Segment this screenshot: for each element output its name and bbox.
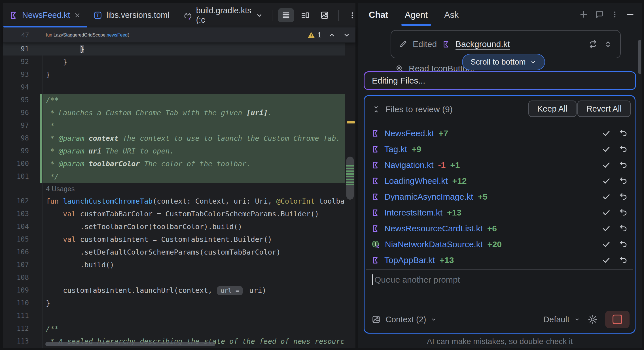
- code-line[interactable]: 98 * @param context The context to use t…: [3, 132, 355, 145]
- model-dropdown[interactable]: Default: [543, 315, 569, 324]
- scroll-to-bottom-button[interactable]: Scroll to bottom: [462, 54, 545, 70]
- file-name-link[interactable]: TopAppBar.kt: [384, 255, 435, 265]
- expand-step-icon[interactable]: [603, 39, 613, 49]
- warning-badge[interactable]: 1: [307, 31, 321, 39]
- file-name-link[interactable]: NewsResourceCardList.kt: [384, 224, 483, 233]
- prev-issue-icon[interactable]: [328, 31, 336, 39]
- keep-file-check-icon[interactable]: [602, 129, 611, 138]
- hide-panel-icon[interactable]: [625, 10, 635, 19]
- revert-file-icon[interactable]: [619, 145, 628, 154]
- file-review-row[interactable]: InterestsItem.kt+13: [365, 205, 635, 221]
- file-name-link[interactable]: NewsFeed.kt: [384, 129, 434, 138]
- file-review-row[interactable]: Navigation.kt-1+1: [365, 157, 635, 173]
- usages-label[interactable]: 4 Usages: [43, 183, 355, 195]
- code-line[interactable]: 95/**: [3, 94, 355, 106]
- keep-file-check-icon[interactable]: [602, 256, 611, 265]
- keep-all-button[interactable]: Keep All: [528, 101, 577, 117]
- file-review-row[interactable]: NewsResourceCardList.kt+6: [365, 221, 635, 236]
- code-line[interactable]: 99 * @param uri The URI to open.: [3, 145, 355, 157]
- sticky-header-line[interactable]: 47 fun LazyStaggeredGridScope.newsFeed( …: [3, 27, 355, 43]
- prompt-input[interactable]: Queue another prompt: [372, 274, 460, 285]
- keep-file-check-icon[interactable]: [602, 224, 611, 233]
- chat-scrollbar-thumb[interactable]: [638, 40, 641, 74]
- code-line[interactable]: 102fun launchCustomChromeTab(context: Co…: [3, 195, 355, 208]
- revert-all-button[interactable]: Revert All: [577, 101, 631, 117]
- code-line[interactable]: 96 * Launches a Custom Chrome Tab with t…: [3, 106, 355, 119]
- file-name-link[interactable]: Navigation.kt: [384, 160, 433, 170]
- editor-horizontal-scrollbar-thumb[interactable]: [45, 342, 215, 346]
- code-line[interactable]: 107 .build(): [3, 259, 355, 271]
- keep-file-check-icon[interactable]: [602, 192, 611, 201]
- tab-ask[interactable]: Ask: [444, 10, 459, 20]
- line-number: 111: [3, 310, 37, 322]
- code-line[interactable]: 108: [3, 271, 355, 284]
- keep-file-check-icon[interactable]: [602, 240, 611, 249]
- revert-file-icon[interactable]: [619, 240, 628, 249]
- code-line[interactable]: 111: [3, 310, 355, 322]
- code-line[interactable]: 100 * @param toolbarColor The color of t…: [3, 157, 355, 170]
- keep-file-check-icon[interactable]: [602, 145, 611, 154]
- settings-gear-icon[interactable]: [588, 314, 598, 325]
- file-review-row[interactable]: NewsFeed.kt+7: [365, 125, 635, 141]
- code-line[interactable]: 109 customTabsIntent.launchUrl(context, …: [3, 284, 355, 297]
- tab-build-gradle-kts[interactable]: build.gradle.kts (:c: [176, 3, 270, 27]
- revert-file-icon[interactable]: [619, 256, 628, 265]
- view-image-button[interactable]: [317, 8, 332, 22]
- revert-file-icon[interactable]: [619, 129, 628, 138]
- file-name-link[interactable]: LoadingWheel.kt: [384, 176, 448, 186]
- file-name-link[interactable]: Tag.kt: [384, 144, 407, 154]
- revert-file-icon[interactable]: [619, 208, 628, 217]
- tab-label: NewsFeed.kt: [22, 10, 70, 20]
- tab-agent[interactable]: Agent: [405, 10, 428, 20]
- editor-scrollbar-area[interactable]: [345, 43, 355, 348]
- revert-file-icon[interactable]: [619, 192, 628, 201]
- close-icon[interactable]: [74, 12, 81, 19]
- tab-libs-versions-toml[interactable]: T libs.versions.toml: [87, 3, 175, 27]
- keep-file-check-icon[interactable]: [602, 161, 611, 170]
- usages-hint[interactable]: 4 Usages: [3, 183, 355, 195]
- code-line[interactable]: 110}: [3, 297, 355, 310]
- code-line[interactable]: 105 val customTabsIntent = CustomTabsInt…: [3, 233, 355, 246]
- code-line[interactable]: 112/**: [3, 322, 355, 335]
- view-structure-button[interactable]: [297, 8, 313, 22]
- file-review-row[interactable]: LoadingWheel.kt+12: [365, 173, 635, 189]
- file-name-link[interactable]: InterestsItem.kt: [384, 208, 442, 217]
- file-review-row[interactable]: Tag.kt+9: [365, 141, 635, 157]
- code-line[interactable]: 92 }: [3, 56, 355, 68]
- keep-file-check-icon[interactable]: [602, 208, 611, 217]
- next-issue-icon[interactable]: [342, 31, 351, 39]
- code-line[interactable]: 91 }: [3, 43, 355, 56]
- revert-file-icon[interactable]: [619, 224, 628, 233]
- keep-file-check-icon[interactable]: [602, 176, 611, 185]
- file-review-row[interactable]: INiaNetworkDataSource.kt+20: [365, 236, 635, 252]
- new-chat-icon[interactable]: [579, 10, 588, 19]
- context-dropdown[interactable]: Context (2): [385, 315, 426, 324]
- code-line[interactable]: 94: [3, 81, 355, 94]
- file-name-link[interactable]: NiaNetworkDataSource.kt: [385, 240, 483, 249]
- revert-file-icon[interactable]: [619, 176, 628, 185]
- attach-image-icon[interactable]: [371, 315, 381, 324]
- revert-file-icon[interactable]: [619, 161, 628, 170]
- file-review-row[interactable]: DynamicAsyncImage.kt+5: [365, 189, 635, 205]
- stop-button[interactable]: [605, 311, 630, 328]
- chevron-down-icon[interactable]: [255, 11, 263, 19]
- show-diff-icon[interactable]: [588, 39, 598, 49]
- code-line[interactable]: 104 .setToolbarColor(toolbarColor).build…: [3, 220, 355, 233]
- file-name-link[interactable]: DynamicAsyncImage.kt: [384, 192, 473, 202]
- collapse-icon[interactable]: [372, 105, 380, 114]
- kotlin-file-icon: [371, 193, 380, 201]
- ai-disclaimer-text: AI can make mistakes, so double-check it: [364, 337, 636, 346]
- history-comment-icon[interactable]: [595, 10, 604, 19]
- code-line[interactable]: 93}: [3, 68, 355, 81]
- code-line[interactable]: 103 val customTabBarColor = CustomTabCol…: [3, 208, 355, 220]
- code-line[interactable]: 106 .setDefaultColorSchemeParams(customT…: [3, 246, 355, 259]
- file-review-row[interactable]: TopAppBar.kt+13: [365, 252, 635, 268]
- code-line[interactable]: 101 */: [3, 170, 355, 183]
- code-line[interactable]: 97 *: [3, 119, 355, 132]
- edited-file-link[interactable]: Background.kt: [456, 39, 510, 49]
- code-editor[interactable]: 91 }92 }93}9495/**96 * Launches a Custom…: [3, 43, 355, 348]
- tab-chat[interactable]: Chat: [369, 10, 388, 20]
- kebab-menu-icon[interactable]: [611, 10, 619, 19]
- view-list-button[interactable]: [278, 8, 294, 22]
- tab-newsfeed-kt[interactable]: NewsFeed.kt: [3, 3, 87, 27]
